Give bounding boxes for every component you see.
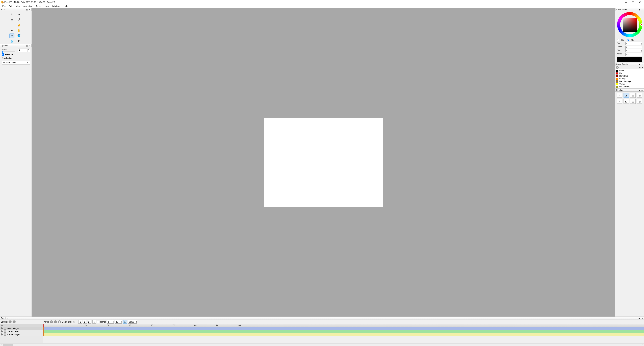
colorwheel-close-icon[interactable]: ✕ — [641, 8, 643, 11]
layer-visibility-icon[interactable] — [1, 334, 3, 336]
channel-field[interactable] — [626, 42, 640, 45]
play-button[interactable]: ▶ — [83, 320, 87, 324]
close-button[interactable]: ✕ — [636, 0, 643, 4]
smudge-tool[interactable]: ☝ — [16, 23, 22, 27]
tracks-area[interactable] — [43, 327, 644, 343]
menu-tools[interactable]: Tools — [34, 5, 42, 8]
eyedropper-tool[interactable]: 💧 — [10, 39, 14, 43]
spin-down-icon[interactable]: ▼ — [28, 50, 30, 52]
range-checkbox[interactable] — [97, 321, 99, 323]
layer-visibility-icon[interactable] — [1, 328, 3, 330]
move-tool[interactable]: ↖ — [10, 12, 14, 16]
keyframe[interactable] — [43, 333, 44, 336]
remove-layer-button[interactable]: − — [12, 320, 16, 323]
track-strip[interactable] — [44, 330, 644, 333]
tools-undock-icon[interactable]: ▣ — [26, 8, 28, 11]
brush-slider[interactable] — [2, 51, 15, 52]
overlay-a-button[interactable]: ▩ — [637, 93, 642, 98]
layer-row[interactable]: Bitmap Layer — [0, 327, 42, 330]
palette-item[interactable]: Red — [616, 72, 644, 75]
track-strip[interactable] — [44, 327, 644, 330]
add-layer-button[interactable]: + — [8, 320, 12, 323]
rgb-radio[interactable]: RGB — [627, 39, 634, 41]
fps-input[interactable]: ▲▼ — [128, 320, 138, 324]
layer-row[interactable]: Camera Layer — [0, 333, 42, 336]
onion-skin-icon[interactable]: ◎ — [73, 321, 75, 323]
palette-list[interactable]: BlackRedDark RedOrangeDark OrangeYellowD… — [615, 69, 644, 89]
menu-edit[interactable]: Edit — [7, 5, 14, 8]
menu-file[interactable]: File — [1, 5, 7, 8]
palette-item[interactable]: Orange — [616, 77, 644, 80]
stabilization-combo[interactable]: No interpolation ▼ — [2, 61, 30, 64]
canvas-page[interactable] — [264, 118, 383, 207]
channel-field[interactable] — [626, 46, 640, 49]
pencil-tool[interactable]: ✏ — [10, 33, 14, 38]
playhead[interactable] — [43, 324, 44, 327]
grid-button[interactable]: ▦ — [630, 93, 636, 98]
timeline-scrollbar[interactable]: ◀ ▶ — [0, 343, 644, 346]
menu-animation[interactable]: Animation — [22, 5, 34, 8]
palette-item[interactable]: Dark Red — [616, 75, 644, 77]
options-undock-icon[interactable]: ▣ — [26, 44, 28, 47]
clear-tool[interactable]: ☁ — [16, 12, 22, 16]
channel-input[interactable]: ▲▼ — [626, 46, 642, 49]
palette-item[interactable]: Dark Orange — [616, 80, 644, 83]
play-forward-button[interactable]: ▶▶ — [88, 320, 92, 324]
layer-row[interactable]: Vector Layer — [0, 330, 42, 333]
bucket-tool[interactable]: 🪣 — [16, 33, 22, 38]
onion-prev-button[interactable]: ◢ — [624, 93, 629, 98]
channel-input[interactable]: ▲▼ — [626, 53, 642, 56]
channel-input[interactable]: ▲▼ — [626, 42, 642, 45]
mirror-h-button[interactable]: ↔ — [617, 93, 622, 98]
saturation-value-box[interactable] — [623, 17, 637, 32]
layer-visibility-icon[interactable] — [1, 331, 3, 333]
canvas-viewport[interactable] — [32, 8, 615, 317]
channel-field[interactable] — [626, 49, 640, 52]
timeline-close-icon[interactable]: ✕ — [641, 317, 643, 319]
menu-view[interactable]: View — [14, 5, 22, 8]
palette-menu-button[interactable]: ••• ▾ — [639, 66, 643, 68]
onion-next-button[interactable]: ◣ — [624, 99, 629, 104]
track-row[interactable] — [43, 327, 644, 330]
palette-undock-icon[interactable]: ▣ — [638, 63, 640, 65]
range-from-input[interactable]: ▲▼ — [107, 320, 114, 324]
scroll-right-icon[interactable]: ▶ — [641, 344, 644, 346]
menu-help[interactable]: Help — [62, 5, 70, 8]
display-undock-icon[interactable]: ▣ — [638, 89, 640, 91]
maximize-button[interactable]: ▢ — [630, 0, 636, 4]
thin-lines-button[interactable]: ▥ — [630, 99, 636, 104]
options-close-icon[interactable]: ✕ — [28, 44, 31, 47]
brush-tool[interactable]: 🖌 — [16, 17, 22, 22]
track-strip[interactable] — [44, 333, 644, 336]
tools-close-icon[interactable]: ✕ — [28, 8, 31, 11]
eraser-tool[interactable]: ◧ — [16, 39, 22, 43]
loop-button[interactable]: ↻ — [92, 320, 96, 324]
menu-windows[interactable]: Windows — [50, 5, 62, 8]
pressure-check-input[interactable] — [2, 53, 4, 56]
brush-slider-thumb[interactable] — [2, 51, 3, 53]
mirror-v-button[interactable]: ↕ — [617, 99, 622, 104]
overlay-b-button[interactable]: ▨ — [637, 99, 642, 104]
palette-item[interactable]: Black — [616, 69, 644, 72]
hue-marker-icon[interactable] — [640, 23, 643, 26]
palette-item[interactable]: Green — [616, 88, 644, 89]
channel-field[interactable] — [626, 53, 640, 56]
remove-key-button[interactable]: − — [54, 320, 57, 323]
brush-size-input[interactable]: ▲▼ — [18, 49, 30, 52]
display-close-icon[interactable]: ✕ — [641, 89, 643, 91]
scroll-thumb[interactable] — [3, 344, 13, 346]
keyframe[interactable] — [43, 330, 44, 333]
hand-tool[interactable]: ✋ — [16, 28, 22, 32]
palette-item[interactable]: Yellow — [616, 83, 644, 85]
polyline-tool[interactable]: 〰 — [10, 23, 14, 27]
spin-up-icon[interactable]: ▲ — [28, 49, 30, 50]
menu-layer[interactable]: Layer — [42, 5, 50, 8]
timeline-ruler[interactable]: 1224364860728496108 — [43, 324, 644, 327]
minimize-button[interactable]: — — [623, 0, 630, 4]
palette-close-icon[interactable]: ✕ — [641, 63, 643, 65]
hsv-radio[interactable]: HSV — [617, 39, 624, 41]
timeline-undock-icon[interactable]: ▣ — [638, 317, 640, 319]
pen-tool[interactable]: ✒ — [10, 28, 14, 32]
track-row[interactable] — [43, 333, 644, 336]
colorwheel-undock-icon[interactable]: ▣ — [638, 8, 640, 11]
